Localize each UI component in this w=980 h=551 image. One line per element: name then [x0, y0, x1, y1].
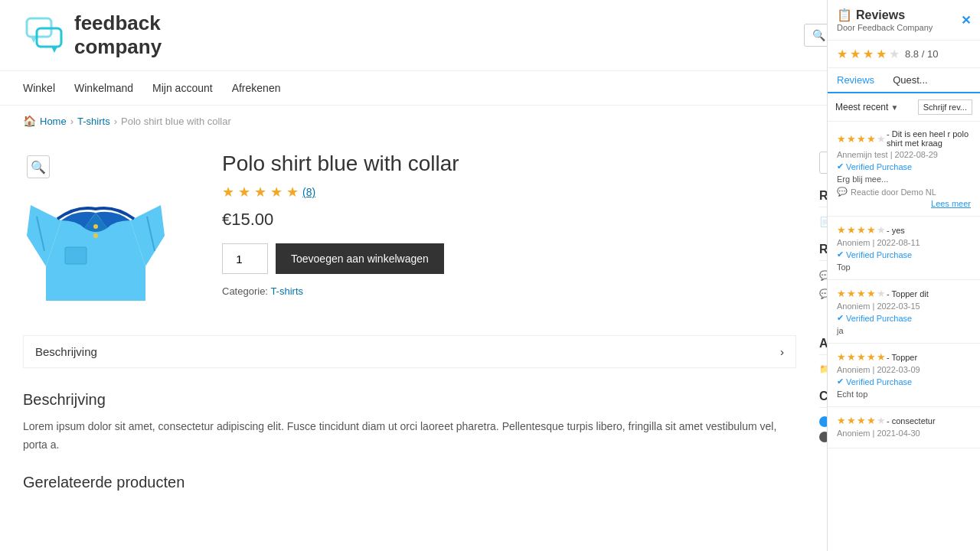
- review-4-verified: ✔ Verified Purchase: [837, 377, 971, 386]
- lees-meer-1[interactable]: Lees meer: [837, 199, 971, 208]
- review-3-verified: ✔ Verified Purchase: [837, 313, 971, 323]
- verified-check-icon-1: ✔: [837, 161, 844, 171]
- review-4-meta: Anoniem | 2022-03-09: [837, 365, 971, 374]
- nav-winkelmand[interactable]: Winkelmand: [74, 82, 133, 94]
- review-1-reply: 💬 Reactie door Demo NL: [837, 187, 971, 197]
- polo-shirt-svg: [23, 159, 168, 312]
- reviews-panel-icon: 📋: [837, 8, 852, 22]
- tab-arrow-icon: ›: [780, 345, 784, 358]
- review-card-5: ★ ★ ★ ★ ★ - consectetur Anoniem | 2021-0…: [828, 407, 980, 448]
- star-4: ★: [270, 184, 283, 201]
- write-review-button[interactable]: Schrijf rev...: [918, 99, 972, 115]
- product-price: €15.00: [222, 210, 796, 230]
- star-half: ★: [286, 184, 299, 201]
- nav-winkel[interactable]: Winkel: [23, 82, 55, 94]
- breadcrumb-sep1: ›: [70, 116, 74, 127]
- verified-check-icon-4: ✔: [837, 377, 844, 386]
- breadcrumb-category[interactable]: T-shirts: [77, 116, 110, 127]
- breadcrumb-sep2: ›: [114, 116, 117, 127]
- product-details: Polo shirt blue with collar ★ ★ ★ ★ ★ (8…: [222, 152, 796, 312]
- review-2-meta: Anoniem | 2022-08-11: [837, 238, 971, 247]
- logo-text: feedback company: [74, 11, 162, 59]
- verified-check-icon-2: ✔: [837, 249, 844, 259]
- review-2-title: - yes: [887, 226, 905, 235]
- review-2-stars: ★ ★ ★ ★ ★ - yes: [837, 224, 971, 236]
- nav-afrekenen[interactable]: Afrekenen: [232, 82, 281, 94]
- review-4-title: - Topper: [887, 353, 917, 362]
- breadcrumb-home[interactable]: Home: [40, 116, 67, 127]
- review-3-title: - Topper dit: [887, 289, 929, 298]
- panel-star-2: ★: [850, 47, 861, 61]
- product-rating-row: ★ ★ ★ ★ ★ (8): [222, 184, 796, 201]
- panel-star-half: ★: [889, 47, 900, 61]
- review-5-meta: Anoniem | 2021-04-30: [837, 429, 971, 438]
- reviews-panel: 📋 Reviews Door Feedback Company ✕ ★ ★ ★ …: [827, 0, 980, 507]
- verified-check-icon-3: ✔: [837, 313, 844, 323]
- review-3-body: ja: [837, 326, 971, 335]
- svg-rect-4: [65, 247, 87, 264]
- review-card-2: ★ ★ ★ ★ ★ - yes Anoniem | 2022-08-11 ✔ V…: [828, 217, 980, 280]
- svg-point-6: [93, 233, 98, 238]
- review-2-body: Top: [837, 262, 971, 272]
- description-title: Beschrijving: [23, 391, 796, 409]
- panel-star-3: ★: [863, 47, 874, 61]
- review-count[interactable]: (8): [302, 186, 315, 198]
- svg-marker-3: [51, 47, 57, 53]
- review-5-title: - consectetur: [887, 416, 936, 425]
- star-3: ★: [254, 184, 266, 201]
- nav-links: Winkel Winkelmand Mijn account Afrekenen: [23, 82, 280, 94]
- add-to-cart-row: Toevoegen aan winkelwagen: [222, 243, 796, 274]
- panel-rating: 8.8 / 10: [905, 48, 938, 60]
- panel-sort-label: Meest recent: [835, 102, 888, 112]
- svg-point-5: [93, 224, 98, 229]
- description-section: Beschrijving Lorem ipsum dolor sit amet,…: [23, 383, 796, 455]
- category-row: Categorie: T-shirts: [222, 285, 796, 297]
- review-1-meta: Annemijn test | 2022-08-29: [837, 150, 971, 159]
- logo: feedback company: [23, 11, 162, 59]
- panel-toolbar: Meest recent ▼ Schrijf rev...: [828, 93, 980, 122]
- logo-icon: [23, 15, 65, 57]
- review-1-snippet: Erg blij mee...: [837, 174, 971, 184]
- panel-tabs: Reviews Quest...: [828, 68, 980, 93]
- reviews-panel-subtitle: Door Feedback Company: [837, 23, 933, 32]
- add-to-cart-button[interactable]: Toevoegen aan winkelwagen: [276, 243, 444, 274]
- review-1-verified: ✔ Verified Purchase: [837, 161, 971, 171]
- review-1-title: - Dit is een heel r polo shirt met kraag: [887, 129, 971, 148]
- review-3-meta: Anoniem | 2022-03-15: [837, 302, 971, 311]
- description-tab[interactable]: Beschrijving ›: [23, 335, 796, 368]
- review-4-body: Echt top: [837, 390, 971, 399]
- review-5-stars: ★ ★ ★ ★ ★ - consectetur: [837, 415, 971, 426]
- product-image-wrap: 🔍: [23, 152, 191, 312]
- breadcrumb-current: Polo shirt blue with collar: [121, 116, 231, 127]
- review-2-verified: ✔ Verified Purchase: [837, 249, 971, 259]
- header-search-icon: 🔍: [812, 29, 825, 41]
- review-1-stars: ★ ★ ★ ★ ★ - Dit is een heel r polo shirt…: [837, 129, 971, 148]
- tab-questions[interactable]: Quest...: [884, 68, 937, 92]
- quantity-input[interactable]: [222, 243, 268, 274]
- nav-mijn-account[interactable]: Mijn account: [152, 82, 213, 94]
- panel-sort-dropdown[interactable]: Meest recent ▼: [835, 102, 898, 112]
- description-tab-label: Beschrijving: [35, 345, 97, 358]
- product-image: [23, 159, 176, 312]
- reply-icon-1: 💬: [837, 187, 848, 197]
- category-label: Categorie:: [222, 285, 268, 297]
- category-link[interactable]: T-shirts: [270, 285, 303, 297]
- panel-stars-row: ★ ★ ★ ★ ★ 8.8 / 10: [828, 41, 980, 68]
- tab-reviews[interactable]: Reviews: [828, 68, 884, 93]
- review-4-stars: ★ ★ ★ ★ ★ - Topper: [837, 351, 971, 363]
- product-title: Polo shirt blue with collar: [222, 152, 796, 176]
- review-3-stars: ★ ★ ★ ★ ★ - Topper dit: [837, 288, 971, 299]
- reviews-panel-close-button[interactable]: ✕: [961, 13, 971, 28]
- description-text: Lorem ipsum dolor sit amet, consectetur …: [23, 418, 796, 455]
- star-2: ★: [238, 184, 250, 201]
- review-card-3: ★ ★ ★ ★ ★ - Topper dit Anoniem | 2022-03…: [828, 280, 980, 344]
- panel-star-4: ★: [876, 47, 887, 61]
- product-column: 🔍: [23, 152, 796, 491]
- reviews-panel-header: 📋 Reviews Door Feedback Company ✕: [828, 0, 980, 41]
- reviews-panel-title: Reviews: [856, 8, 905, 22]
- product-area: 🔍: [23, 152, 796, 312]
- panel-star-1: ★: [837, 47, 848, 61]
- star-1: ★: [222, 184, 234, 201]
- review-card-1: ★ ★ ★ ★ ★ - Dit is een heel r polo shirt…: [828, 122, 980, 217]
- product-tabs: Beschrijving ›: [23, 335, 796, 368]
